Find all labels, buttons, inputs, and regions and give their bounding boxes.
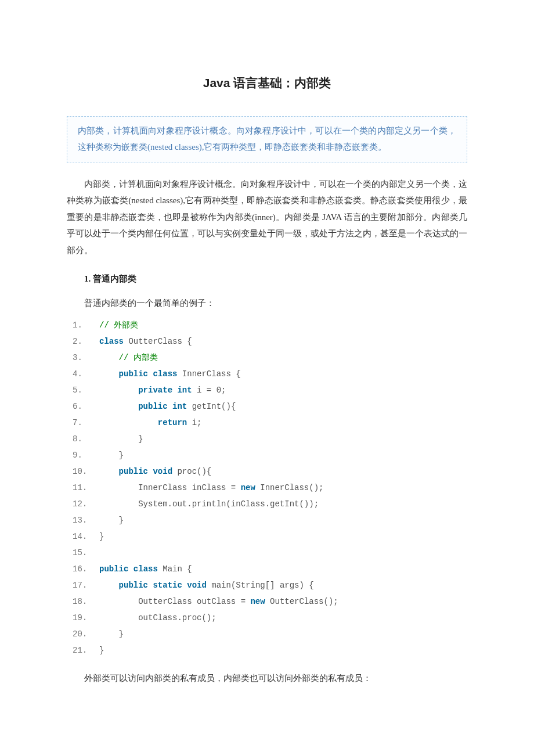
code-text: } <box>99 451 134 460</box>
code-text: getInt(){ <box>187 402 246 411</box>
closing-paragraph: 外部类可以访问内部类的私有成员，内部类也可以访问外部类的私有成员： <box>67 670 467 687</box>
code-content: public static void main(String[] args) { <box>99 577 467 593</box>
code-text <box>99 548 109 557</box>
code-block: 1.// 外部类2.class OutterClass { 3. // 内部类4… <box>73 317 467 658</box>
code-text <box>99 402 138 411</box>
code-text: outClass.proc(); <box>99 613 226 622</box>
code-text: Main { <box>158 564 202 574</box>
code-content: public void proc(){ <box>99 463 467 480</box>
code-line: 14.} <box>73 528 467 545</box>
code-keyword: class <box>99 337 124 346</box>
code-text <box>99 369 119 379</box>
line-number: 21. <box>73 642 99 658</box>
section-heading: 1. 普通内部类 <box>67 271 467 286</box>
section-intro: 普通内部类的一个最简单的例子： <box>67 295 467 312</box>
code-line: 3. // 内部类 <box>73 350 467 366</box>
code-content: OutterClass outClass = new OutterClass()… <box>99 593 467 610</box>
code-content: // 外部类 <box>99 317 467 333</box>
code-content: } <box>99 447 467 463</box>
line-number: 7. <box>73 415 99 431</box>
code-content: public class Main { <box>99 561 467 577</box>
code-keyword: static <box>153 581 182 590</box>
code-keyword: private <box>138 386 172 395</box>
code-line: 18. OutterClass outClass = new OutterCla… <box>73 593 467 610</box>
line-number: 12. <box>73 496 99 512</box>
code-text <box>99 467 119 476</box>
code-keyword: int <box>172 402 187 411</box>
code-text: } <box>99 646 114 655</box>
code-text: InnerClass(); <box>255 483 333 492</box>
code-text: InnerClass inClass = <box>99 483 241 492</box>
summary-box: 内部类，计算机面向对象程序设计概念。向对象程序设计中，可以在一个类的内部定义另一… <box>67 116 467 163</box>
code-comment: // 外部类 <box>99 321 138 330</box>
code-text: } <box>99 516 134 525</box>
code-text <box>99 386 138 395</box>
code-content: } <box>99 642 467 658</box>
code-line: 5. private int i = 0; <box>73 382 467 398</box>
code-keyword: return <box>158 418 187 427</box>
code-keyword: class <box>134 564 158 574</box>
code-content <box>99 545 467 561</box>
code-content: class OutterClass { <box>99 333 467 350</box>
code-text: proc(){ <box>172 467 221 476</box>
code-text <box>99 581 119 590</box>
page-title: Java 语言基础：内部类 <box>67 73 467 94</box>
code-line: 13. } <box>73 512 467 528</box>
code-content: private int i = 0; <box>99 382 467 398</box>
code-keyword: public <box>119 369 148 379</box>
code-text: System.out.println(inClass.getInt()); <box>99 499 329 509</box>
code-content: } <box>99 512 467 528</box>
code-keyword: int <box>177 386 192 395</box>
code-text: OutterClass { <box>124 337 201 346</box>
code-line: 4. public class InnerClass { <box>73 366 467 382</box>
line-number: 17. <box>73 577 99 593</box>
code-line: 16.public class Main { <box>73 561 467 577</box>
code-line: 12. System.out.println(inClass.getInt())… <box>73 496 467 512</box>
code-line: 20. } <box>73 626 467 642</box>
line-number: 4. <box>73 366 99 382</box>
code-text <box>99 418 158 427</box>
code-keyword: public <box>119 467 148 476</box>
document-page: Java 语言基础：内部类 内部类，计算机面向对象程序设计概念。向对象程序设计中… <box>0 0 534 739</box>
code-line: 8. } <box>73 431 467 447</box>
code-keyword: class <box>153 369 177 379</box>
line-number: 9. <box>73 447 99 463</box>
line-number: 14. <box>73 528 99 545</box>
summary-text: 内部类，计算机面向对象程序设计概念。向对象程序设计中，可以在一个类的内部定义另一… <box>78 123 456 156</box>
code-content: InnerClass inClass = new InnerClass(); <box>99 480 467 496</box>
code-content: System.out.println(inClass.getInt()); <box>99 496 467 512</box>
code-keyword: public <box>138 402 167 411</box>
code-content: } <box>99 431 467 447</box>
code-keyword: public <box>99 564 128 574</box>
line-number: 13. <box>73 512 99 528</box>
code-content: public int getInt(){ <box>99 398 467 415</box>
line-number: 20. <box>73 626 99 642</box>
code-text: } <box>99 434 153 444</box>
line-number: 8. <box>73 431 99 447</box>
code-keyword: void <box>187 581 207 590</box>
code-content: public class InnerClass { <box>99 366 467 382</box>
code-text: OutterClass(); <box>265 597 348 606</box>
code-line: 1.// 外部类 <box>73 317 467 333</box>
code-text: OutterClass outClass = <box>99 597 250 606</box>
code-line: 9. } <box>73 447 467 463</box>
code-line: 21.} <box>73 642 467 658</box>
code-line: 11. InnerClass inClass = new InnerClass(… <box>73 480 467 496</box>
code-text <box>168 402 172 411</box>
line-number: 19. <box>73 610 99 626</box>
code-content: } <box>99 528 467 545</box>
line-number: 1. <box>73 317 99 333</box>
line-number: 18. <box>73 593 99 610</box>
code-text: } <box>99 532 114 541</box>
code-text <box>99 353 119 362</box>
code-keyword: void <box>153 467 172 476</box>
code-content: outClass.proc(); <box>99 610 467 626</box>
line-number: 6. <box>73 398 99 415</box>
line-number: 5. <box>73 382 99 398</box>
code-line: 6. public int getInt(){ <box>73 398 467 415</box>
code-comment: // 内部类 <box>119 353 158 362</box>
code-content: // 内部类 <box>99 350 467 366</box>
code-keyword: new <box>241 483 255 492</box>
line-number: 16. <box>73 561 99 577</box>
code-line: 7. return i; <box>73 415 467 431</box>
